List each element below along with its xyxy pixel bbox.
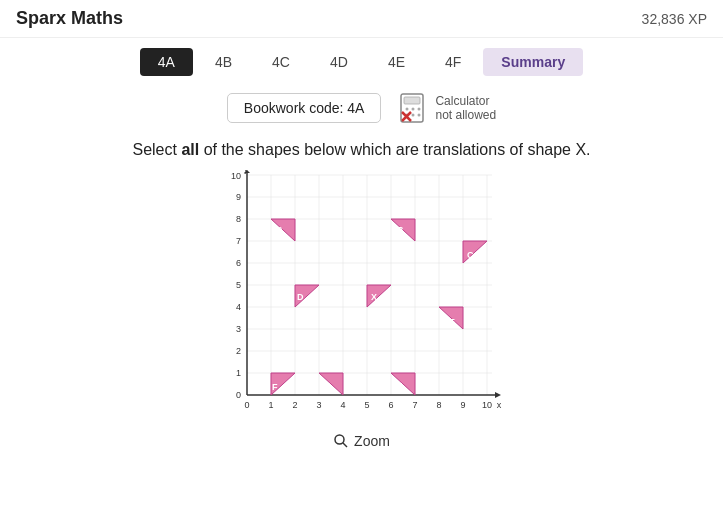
svg-text:G: G bbox=[324, 381, 331, 391]
svg-point-2 bbox=[406, 108, 409, 111]
svg-point-6 bbox=[412, 114, 415, 117]
question-prefix: Select bbox=[132, 141, 181, 158]
svg-text:4: 4 bbox=[235, 302, 240, 312]
svg-text:A: A bbox=[277, 225, 284, 235]
calculator-icon bbox=[397, 92, 429, 124]
svg-point-3 bbox=[412, 108, 415, 111]
svg-text:0: 0 bbox=[235, 390, 240, 400]
tab-4a[interactable]: 4A bbox=[140, 48, 193, 76]
zoom-button[interactable]: Zoom bbox=[323, 429, 400, 453]
svg-text:0: 0 bbox=[244, 400, 249, 410]
svg-text:y: y bbox=[244, 170, 249, 174]
tab-bar: 4A 4B 4C 4D 4E 4F Summary bbox=[0, 38, 723, 82]
svg-text:2: 2 bbox=[235, 346, 240, 356]
svg-text:X: X bbox=[371, 292, 377, 302]
svg-text:1: 1 bbox=[268, 400, 273, 410]
coordinate-chart: 0 1 2 3 4 5 6 7 8 9 10 x 0 1 2 3 4 5 6 7… bbox=[217, 170, 507, 425]
svg-point-7 bbox=[418, 114, 421, 117]
svg-text:D: D bbox=[297, 292, 304, 302]
xp-display: 32,836 XP bbox=[642, 11, 707, 27]
logo: Sparx Maths bbox=[16, 8, 123, 29]
svg-rect-1 bbox=[404, 97, 420, 104]
bookwork-row: Bookwork code: 4A Calculator not allowed bbox=[0, 82, 723, 130]
chart-svg-wrap: 0 1 2 3 4 5 6 7 8 9 10 x 0 1 2 3 4 5 6 7… bbox=[217, 170, 507, 425]
svg-text:6: 6 bbox=[235, 258, 240, 268]
calculator-info: Calculator not allowed bbox=[397, 92, 496, 124]
header: Sparx Maths 32,836 XP bbox=[0, 0, 723, 38]
svg-text:1: 1 bbox=[235, 368, 240, 378]
question-bold: all bbox=[181, 141, 199, 158]
chart-container: 0 1 2 3 4 5 6 7 8 9 10 x 0 1 2 3 4 5 6 7… bbox=[0, 166, 723, 453]
svg-text:8: 8 bbox=[235, 214, 240, 224]
svg-text:H: H bbox=[396, 381, 403, 391]
svg-text:9: 9 bbox=[235, 192, 240, 202]
svg-text:C: C bbox=[467, 250, 474, 260]
svg-point-68 bbox=[335, 435, 344, 444]
svg-text:9: 9 bbox=[460, 400, 465, 410]
svg-text:x: x bbox=[496, 400, 501, 410]
svg-text:2: 2 bbox=[292, 400, 297, 410]
bookwork-badge: Bookwork code: 4A bbox=[227, 93, 382, 123]
svg-text:7: 7 bbox=[412, 400, 417, 410]
svg-text:B: B bbox=[397, 225, 404, 235]
tab-4b[interactable]: 4B bbox=[197, 48, 250, 76]
svg-marker-33 bbox=[495, 392, 501, 398]
zoom-label: Zoom bbox=[354, 433, 390, 449]
svg-text:F: F bbox=[272, 382, 278, 392]
tab-4f[interactable]: 4F bbox=[427, 48, 479, 76]
tab-4c[interactable]: 4C bbox=[254, 48, 308, 76]
svg-text:5: 5 bbox=[364, 400, 369, 410]
svg-text:E: E bbox=[449, 317, 455, 327]
svg-text:6: 6 bbox=[388, 400, 393, 410]
question-text: Select all of the shapes below which are… bbox=[0, 130, 723, 166]
svg-line-69 bbox=[343, 443, 347, 447]
svg-text:3: 3 bbox=[235, 324, 240, 334]
svg-text:8: 8 bbox=[436, 400, 441, 410]
search-icon bbox=[333, 433, 349, 449]
svg-text:4: 4 bbox=[340, 400, 345, 410]
tab-4e[interactable]: 4E bbox=[370, 48, 423, 76]
svg-text:7: 7 bbox=[235, 236, 240, 246]
svg-point-4 bbox=[418, 108, 421, 111]
tab-4d[interactable]: 4D bbox=[312, 48, 366, 76]
calculator-text: Calculator not allowed bbox=[435, 94, 496, 122]
question-suffix: of the shapes below which are translatio… bbox=[199, 141, 590, 158]
svg-text:10: 10 bbox=[481, 400, 491, 410]
svg-text:3: 3 bbox=[316, 400, 321, 410]
svg-text:5: 5 bbox=[235, 280, 240, 290]
tab-summary[interactable]: Summary bbox=[483, 48, 583, 76]
svg-text:10: 10 bbox=[230, 171, 240, 181]
